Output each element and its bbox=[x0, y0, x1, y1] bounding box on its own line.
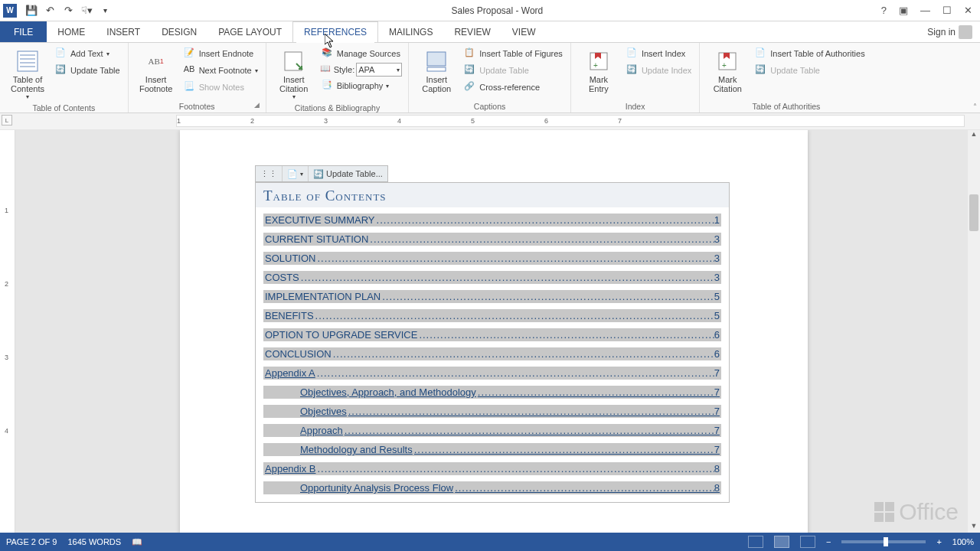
scroll-thumb[interactable] bbox=[969, 194, 978, 231]
toc-entry[interactable]: OPTION TO UPGRADE SERVICE...............… bbox=[263, 328, 721, 341]
toc-update-button[interactable]: 🔄Update Table... bbox=[309, 166, 387, 181]
style-value: APA bbox=[358, 65, 374, 74]
next-footnote-label: Next Footnote bbox=[199, 66, 252, 75]
tab-design[interactable]: DESIGN bbox=[151, 21, 207, 42]
word-count[interactable]: 1645 WORDS bbox=[67, 537, 121, 546]
toc-entry[interactable]: BENEFITS................................… bbox=[263, 309, 721, 322]
ruler-bar: L 1 2 3 4 5 6 7 bbox=[0, 113, 980, 130]
sign-in-link[interactable]: Sign in bbox=[920, 21, 980, 42]
quick-access-toolbar: W 💾 ↶ ↷ ☟▾ ▾ bbox=[3, 2, 113, 19]
update-table-icon: 🔄 bbox=[55, 64, 67, 77]
zoom-slider[interactable] bbox=[841, 540, 926, 543]
toc-leader-dots: ........................................… bbox=[316, 463, 714, 474]
maximize-icon[interactable]: ☐ bbox=[942, 5, 952, 16]
toc-entry[interactable]: CONCLUSION..............................… bbox=[263, 347, 721, 360]
page-indicator[interactable]: PAGE 2 OF 9 bbox=[6, 537, 57, 546]
tab-mailings[interactable]: MAILINGS bbox=[378, 21, 443, 42]
toc-entry[interactable]: COSTS...................................… bbox=[263, 271, 721, 284]
toc-entry[interactable]: Approach................................… bbox=[263, 424, 721, 437]
table-of-contents-button[interactable]: Table of Contents ▾ bbox=[6, 46, 49, 102]
footnotes-dialog-launcher[interactable]: ◢ bbox=[254, 101, 263, 110]
ruler-tick: 6 bbox=[544, 117, 548, 125]
vertical-scrollbar[interactable]: ▲ ▼ bbox=[968, 130, 980, 533]
cross-ref-icon: 🔗 bbox=[464, 81, 476, 93]
tab-home[interactable]: HOME bbox=[47, 21, 96, 42]
vruler-tick: 1 bbox=[5, 207, 8, 214]
grip-icon: ⋮⋮ bbox=[260, 169, 277, 179]
toc-field[interactable]: Table of Contents EXECUTIVE SUMMARY.....… bbox=[255, 182, 730, 503]
tab-selector[interactable]: L bbox=[2, 115, 12, 126]
close-icon[interactable]: ✕ bbox=[964, 5, 972, 16]
touch-mode-icon[interactable]: ☟▾ bbox=[78, 2, 95, 19]
scroll-up-icon[interactable]: ▲ bbox=[969, 130, 978, 141]
toc-entry[interactable]: CURRENT SITUATION.......................… bbox=[263, 233, 721, 246]
tab-review[interactable]: REVIEW bbox=[443, 21, 501, 42]
bibliography-icon: 📑 bbox=[322, 80, 334, 92]
qat-customize-icon[interactable]: ▾ bbox=[96, 2, 113, 19]
save-icon[interactable]: 💾 bbox=[23, 2, 40, 19]
toc-entry[interactable]: SOLUTION................................… bbox=[263, 252, 721, 265]
tab-page-layout[interactable]: PAGE LAYOUT bbox=[207, 21, 292, 42]
scroll-down-icon[interactable]: ▼ bbox=[969, 522, 978, 533]
toc-entry[interactable]: Objectives, Approach, and Methodology...… bbox=[263, 386, 721, 399]
bibliography-button[interactable]: 📑Bibliography▾ bbox=[320, 78, 403, 93]
insert-citation-button[interactable]: Insert Citation ▾ bbox=[273, 46, 315, 102]
mark-citation-icon: + bbox=[715, 49, 740, 73]
horizontal-ruler[interactable]: 1 2 3 4 5 6 7 bbox=[176, 115, 965, 127]
tab-view[interactable]: VIEW bbox=[501, 21, 547, 42]
toc-entry[interactable]: Opportunity Analysis Process Flow.......… bbox=[263, 481, 721, 494]
zoom-level[interactable]: 100% bbox=[952, 537, 974, 546]
zoom-in-button[interactable]: + bbox=[936, 537, 941, 546]
style-select[interactable]: APA▾ bbox=[356, 63, 402, 77]
print-layout-button[interactable] bbox=[774, 536, 789, 548]
tab-file[interactable]: FILE bbox=[0, 21, 47, 42]
manage-sources-button[interactable]: 📚Manage Sources bbox=[320, 46, 403, 61]
document-viewport[interactable]: ⋮⋮ 📄▾ 🔄Update Table... Table of Contents… bbox=[15, 130, 980, 533]
style-label: Style: bbox=[334, 65, 355, 74]
tab-references[interactable]: REFERENCES bbox=[292, 21, 378, 42]
add-text-button[interactable]: 📄Add Text▾ bbox=[54, 46, 122, 61]
toc-entry[interactable]: Objectives..............................… bbox=[263, 405, 721, 418]
collapse-ribbon-icon[interactable]: ˄ bbox=[973, 103, 977, 111]
toc-options-button[interactable]: 📄▾ bbox=[283, 166, 309, 181]
caption-icon bbox=[424, 49, 449, 73]
toc-entry[interactable]: Appendix A..............................… bbox=[263, 367, 721, 380]
insert-footnote-button[interactable]: AB1 Insert Footnote bbox=[135, 46, 178, 95]
minimize-icon[interactable]: — bbox=[920, 5, 930, 16]
cross-reference-button[interactable]: 🔗Cross-reference bbox=[462, 80, 564, 95]
help-icon[interactable]: ? bbox=[881, 5, 887, 16]
toc-entry[interactable]: IMPLEMENTATION PLAN.....................… bbox=[263, 290, 721, 303]
mark-citation-button[interactable]: + Mark Citation bbox=[706, 46, 749, 95]
office-squares-icon bbox=[874, 502, 894, 522]
update-toa-button: 🔄Update Table bbox=[753, 63, 866, 78]
read-mode-button[interactable] bbox=[748, 536, 763, 548]
insert-index-icon: 📄 bbox=[626, 47, 639, 60]
toc-entry-text: Objectives, Approach, and Methodology bbox=[300, 386, 476, 398]
next-footnote-button[interactable]: ABNext Footnote▾ bbox=[182, 63, 260, 78]
insert-index-button[interactable]: 📄Insert Index bbox=[625, 46, 693, 61]
toc-leader-dots: ........................................… bbox=[315, 253, 714, 264]
toc-entry[interactable]: EXECUTIVE SUMMARY.......................… bbox=[263, 214, 721, 227]
toc-handle[interactable]: ⋮⋮ bbox=[256, 166, 283, 181]
vertical-ruler[interactable]: 1 2 3 4 bbox=[0, 130, 15, 533]
toc-entry[interactable]: Methodology and Results.................… bbox=[263, 443, 721, 456]
toc-entry-page: 8 bbox=[714, 482, 720, 494]
update-table-button[interactable]: 🔄Update Table bbox=[54, 63, 122, 78]
toc-entry-text: EXECUTIVE SUMMARY bbox=[265, 214, 375, 226]
zoom-out-button[interactable]: − bbox=[826, 537, 831, 546]
style-icon: 📖 bbox=[320, 64, 332, 76]
ribbon-display-icon[interactable]: ▣ bbox=[899, 5, 908, 16]
tab-insert[interactable]: INSERT bbox=[96, 21, 151, 42]
web-layout-button[interactable] bbox=[800, 536, 815, 548]
insert-endnote-label: Insert Endnote bbox=[199, 49, 254, 58]
figures-icon: 📋 bbox=[464, 47, 476, 60]
undo-icon[interactable]: ↶ bbox=[41, 2, 58, 19]
insert-table-of-figures-button[interactable]: 📋Insert Table of Figures bbox=[462, 46, 564, 61]
mark-entry-button[interactable]: + Mark Entry bbox=[577, 46, 620, 95]
insert-endnote-button[interactable]: 📝Insert Endnote bbox=[182, 46, 260, 61]
proofing-icon[interactable]: 📖 bbox=[132, 537, 142, 547]
redo-icon[interactable]: ↷ bbox=[60, 2, 77, 19]
toc-entry[interactable]: Appendix B..............................… bbox=[263, 462, 721, 475]
insert-caption-button[interactable]: Insert Caption bbox=[415, 46, 458, 95]
insert-toa-button[interactable]: 📄Insert Table of Authorities bbox=[753, 46, 866, 61]
